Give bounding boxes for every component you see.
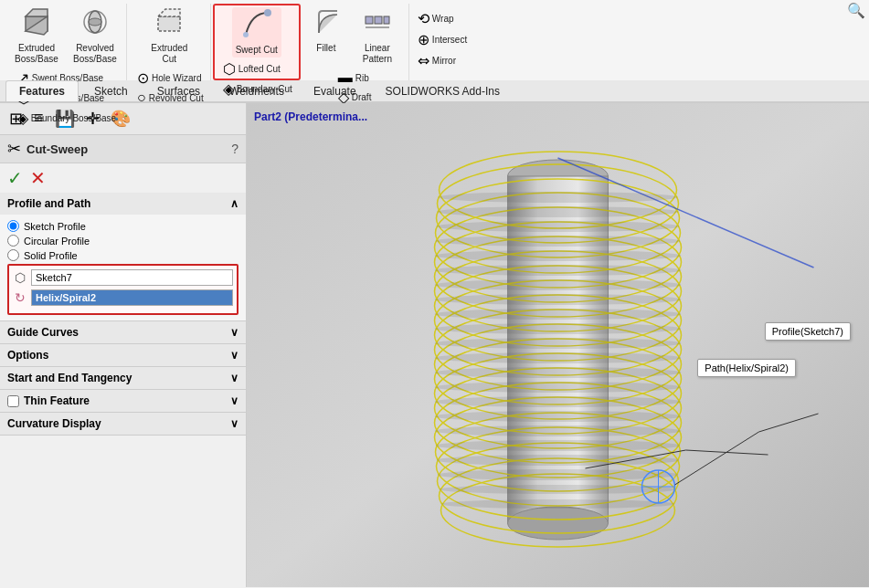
section-options-chevron: ∨ [230,349,238,362]
swept-cut-button[interactable]: Swept Cut [232,7,281,58]
section-profile-path-label: Profile and Path [7,197,90,210]
radio-circular-profile-label: Circular Profile [24,236,90,247]
svg-marker-1 [26,9,48,16]
viewport-title[interactable]: Part2 (Predetermina... [254,110,367,123]
linear-pattern-icon [363,7,392,41]
section-profile-path-header[interactable]: Profile and Path ∧ [0,193,246,215]
ribbon-group-cut-inner: ExtrudedCut [147,5,191,67]
path-input-row: ↻ [13,289,233,306]
radio-circular-profile[interactable]: Circular Profile [7,235,238,247]
fillet-label: Fillet [316,43,335,54]
main-area: ⊞ ≡ 💾 ✛ 🎨 ✂ Cut-Sweep ? ✓ ✕ Profile and … [0,103,869,587]
svg-point-44 [437,221,680,232]
ribbon-group-swept: Swept Cut ⬡ Lofted Cut ◈ Boundary Cut [213,4,301,80]
panel-ok-button[interactable]: ✓ [7,167,23,189]
lofted-cut-icon: ⬡ [223,60,236,78]
panel-header: ✂ Cut-Sweep ? [0,135,246,163]
section-curvature-header[interactable]: Curvature Display ∨ [0,413,246,435]
svg-point-56 [435,396,682,407]
section-profile-path: Profile and Path ∧ Sketch Profile Circul… [0,193,246,321]
revolved-boss-label: Revolved Boss/Base [71,43,119,65]
section-profile-path-content: Sketch Profile Circular Profile Solid Pr… [0,215,246,320]
swept-cut-icon [242,9,271,43]
section-options-header[interactable]: Options ∨ [0,344,246,366]
boundary-boss-icon: ◈ [17,110,28,127]
tab-evaluate[interactable]: Evaluate [300,80,370,101]
svg-point-45 [436,236,681,247]
section-options: Options ∨ [0,344,246,367]
radio-sketch-profile[interactable]: Sketch Profile [7,220,238,232]
helix-svg [247,103,869,587]
section-thin-feature-chevron: ∨ [230,394,238,407]
radio-circular-profile-input[interactable] [7,235,19,247]
lofted-cut-button[interactable]: ⬡ Lofted Cut [220,59,295,79]
section-curvature-label: Curvature Display [7,417,101,430]
tabs-row: Features Sketch Surfaces Weldments Evalu… [0,80,869,102]
section-tangency-chevron: ∨ [230,372,238,384]
svg-point-63 [441,499,675,509]
mirror-icon: ⇔ [418,52,429,69]
mirror-button[interactable]: ⇔ Mirror [415,51,470,70]
svg-point-47 [435,265,682,276]
section-profile-path-chevron: ∧ [230,197,238,210]
section-thin-feature-header[interactable]: Thin Feature ∨ [0,390,246,412]
extruded-boss-label: Extruded Boss/Base [13,43,60,65]
extruded-boss-button[interactable]: Extruded Boss/Base [9,5,64,67]
svg-point-17 [508,507,609,540]
thin-feature-checkbox[interactable] [7,395,19,407]
tab-weldments[interactable]: Weldments [216,80,298,101]
svg-point-51 [435,323,682,334]
svg-point-48 [435,279,682,290]
linear-pattern-label: Linear Pattern [354,43,401,65]
tab-sketch[interactable]: Sketch [80,80,142,101]
svg-point-62 [440,485,677,494]
linear-pattern-button[interactable]: Linear Pattern [350,5,405,67]
radio-solid-profile-input[interactable] [7,249,19,261]
profile-path-box: ⬡ ↻ [7,264,238,315]
tooltip-profile: Profile(Sketch7) [765,322,851,341]
path-input-icon: ↻ [13,290,27,305]
helix-visualization: Profile(Sketch7) Path(Helix/Spiral2) [247,103,869,587]
profile-input-icon: ⬡ [13,270,27,285]
boundary-boss-button[interactable]: ◈ Boundary Boss/Base [15,109,119,128]
radio-sketch-profile-input[interactable] [7,220,19,232]
svg-point-50 [435,309,682,320]
svg-point-49 [435,294,682,305]
search-icon[interactable]: 🔍 [847,2,865,19]
radio-solid-profile[interactable]: Solid Profile [7,249,238,261]
ribbon-group-boss-inner: Extruded Boss/Base Revolved Boss/Base [9,5,122,67]
svg-point-57 [435,411,682,422]
svg-point-55 [435,382,682,393]
intersect-button[interactable]: ⊕ Intersect [415,30,470,49]
tab-features[interactable]: Features [5,80,79,101]
panel-help-icon[interactable]: ? [231,142,238,156]
ribbon-wrapper: Extruded Boss/Base Revolved Boss/Base ↗ … [0,0,869,103]
revolved-boss-button[interactable]: Revolved Boss/Base [68,5,122,67]
tab-surfaces[interactable]: Surfaces [143,80,214,101]
path-input[interactable] [31,289,233,306]
intersect-icon: ⊕ [418,31,429,48]
section-tangency-header[interactable]: Start and End Tangency ∨ [0,367,246,389]
section-curvature-chevron: ∨ [230,417,238,430]
profile-input[interactable] [31,269,233,286]
ribbon-group-pattern: Fillet Linear Pattern ▬ Rib [302,4,409,80]
svg-point-46 [435,250,682,261]
svg-rect-11 [375,16,382,24]
extruded-cut-button[interactable]: ExtrudedCut [147,5,191,67]
svg-point-8 [264,9,271,16]
tab-solidworks-addins[interactable]: SOLIDWORKS Add-Ins [372,80,514,101]
ribbon-group-cut: ExtrudedCut ⊙ Hole Wizard ○ Revolved Cut [129,4,211,80]
ribbon-group-pattern-inner: Fillet Linear Pattern [306,5,405,67]
svg-point-52 [435,338,682,349]
lofted-cut-label: Lofted Cut [238,64,281,74]
panel-cancel-button[interactable]: ✕ [30,167,46,189]
fillet-icon [312,7,341,41]
section-guide-curves-header[interactable]: Guide Curves ∨ [0,321,246,343]
mirror-label: Mirror [432,56,456,66]
svg-point-54 [435,367,682,378]
fillet-button[interactable]: Fillet [306,5,346,56]
svg-point-58 [435,425,682,436]
wrap-button[interactable]: ⟲ Wrap [415,9,470,28]
profile-input-row: ⬡ [13,269,233,286]
revolved-boss-icon [80,7,110,41]
